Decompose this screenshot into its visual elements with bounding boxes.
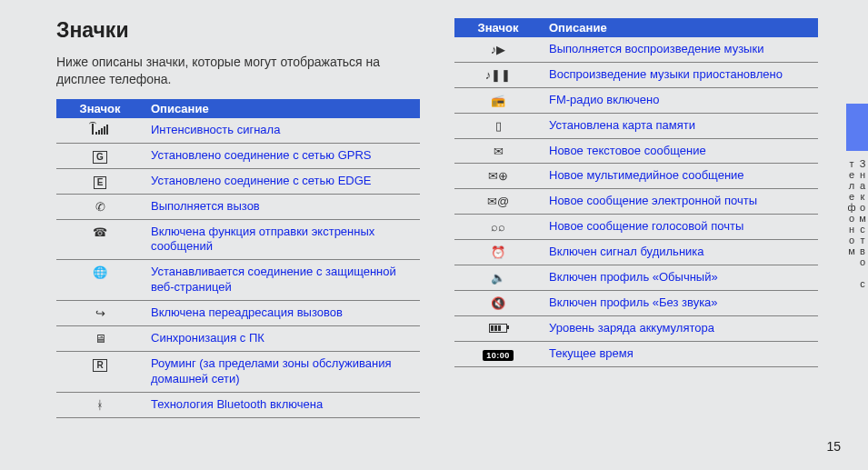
th-desc: Описание (542, 18, 818, 37)
alarm-icon: ⏰ (454, 240, 542, 265)
icon-description: Включена функция отправки экстренных соо… (144, 219, 420, 260)
icon-description: Установлено соединение с сетью GPRS (144, 143, 420, 168)
icon-description: Новое текстовое сообщение (542, 138, 818, 164)
icon-description: Включена переадресация вызовов (144, 301, 420, 326)
right-column: Значок Описание ♪▶Выполняется воспроизве… (454, 18, 818, 367)
icon-description: Включен сигнал будильника (542, 240, 818, 265)
roaming-icon: R (56, 351, 144, 392)
table-row: RРоуминг (за пределами зоны обслуживания… (56, 351, 420, 392)
section-color-tab (846, 104, 868, 151)
memory-card-icon: ▯ (454, 113, 542, 138)
icons-table-left: Значок Описание Интенсивность сигналаGУс… (56, 99, 420, 418)
email-icon: ✉@ (454, 189, 542, 215)
table-row: ⏰Включен сигнал будильника (454, 240, 818, 265)
table-row: 🖥Синхронизация с ПК (56, 326, 420, 352)
table-row: ✉Новое текстовое сообщение (454, 138, 818, 164)
table-row: 🌐Устанавливается соединение с защищенной… (56, 260, 420, 301)
clock-icon: 10:00 (454, 341, 542, 366)
music-play-icon: ♪▶ (454, 37, 542, 62)
table-row: 10:00Текущее время (454, 341, 818, 366)
table-row: ✉@Новое сообщение электронной почты (454, 189, 818, 215)
th-icon: Значок (454, 18, 542, 37)
table-row: ᚼТехнология Bluetooth включена (56, 392, 420, 417)
table-row: 🔇Включен профиль «Без звука» (454, 290, 818, 315)
icon-description: Установлено соединение с сетью EDGE (144, 168, 420, 194)
icon-description: Выполняется вызов (144, 194, 420, 219)
normal-profile-icon: 🔈 (454, 265, 542, 291)
table-row: ▯Установлена карта памяти (454, 113, 818, 138)
pc-sync-icon: 🖥 (56, 326, 144, 352)
icon-description: FM-радио включено (542, 87, 818, 113)
edge-icon: E (56, 168, 144, 194)
table-row: Уровень заряда аккумулятора (454, 315, 818, 341)
icon-description: Уровень заряда аккумулятора (542, 315, 818, 341)
intro-paragraph: Ниже описаны значки, которые могут отобр… (56, 54, 420, 88)
icon-description: Устанавливается соединение с защищенной … (144, 260, 420, 301)
icon-description: Установлена карта памяти (542, 113, 818, 138)
fm-radio-icon: 📻 (454, 87, 542, 113)
mms-icon: ✉⊕ (454, 164, 542, 189)
icons-table-right: Значок Описание ♪▶Выполняется воспроизве… (454, 18, 818, 367)
manual-page: Значки Ниже описаны значки, которые могу… (0, 0, 868, 470)
secure-web-icon: 🌐 (56, 260, 144, 301)
sms-icon: ✉ (454, 138, 542, 164)
th-icon: Значок (56, 99, 144, 118)
icon-description: Включен профиль «Обычный» (542, 265, 818, 291)
battery-icon (454, 315, 542, 341)
icon-description: Новое сообщение электронной почты (542, 189, 818, 215)
page-heading: Значки (56, 18, 420, 43)
icon-description: Синхронизация с ПК (144, 326, 420, 352)
icon-description: Новое мультимедийное сообщение (542, 164, 818, 189)
table-row: Интенсивность сигнала (56, 118, 420, 143)
silent-profile-icon: 🔇 (454, 290, 542, 315)
call-forward-icon: ↪ (56, 301, 144, 326)
left-column: Значки Ниже описаны значки, которые могу… (56, 18, 420, 418)
table-row: ♪❚❚Воспроизведение музыки приостановлено (454, 62, 818, 87)
voicemail-icon: ⌕⌕ (454, 215, 542, 240)
icon-description: Технология Bluetooth включена (144, 392, 420, 417)
icon-description: Интенсивность сигнала (144, 118, 420, 143)
icon-description: Включен профиль «Без звука» (542, 290, 818, 315)
table-row: GУстановлено соединение с сетью GPRS (56, 143, 420, 168)
sos-icon: ☎ (56, 219, 144, 260)
table-row: EУстановлено соединение с сетью EDGE (56, 168, 420, 194)
table-row: 🔈Включен профиль «Обычный» (454, 265, 818, 291)
table-row: ↪Включена переадресация вызовов (56, 301, 420, 326)
th-desc: Описание (144, 99, 420, 118)
icon-description: Воспроизведение музыки приостановлено (542, 62, 818, 87)
music-pause-icon: ♪❚❚ (454, 62, 542, 87)
table-row: ♪▶Выполняется воспроизведение музыки (454, 37, 818, 62)
table-row: 📻FM-радио включено (454, 87, 818, 113)
call-active-icon: ✆ (56, 194, 144, 219)
icon-description: Роуминг (за пределами зоны обслуживания … (144, 351, 420, 392)
icon-description: Выполняется воспроизведение музыки (542, 37, 818, 62)
table-row: ☎Включена функция отправки экстренных со… (56, 219, 420, 260)
icon-description: Новое сообщение голосовой почты (542, 215, 818, 240)
icon-description: Текущее время (542, 341, 818, 366)
gprs-icon: G (56, 143, 144, 168)
table-row: ✉⊕Новое мультимедийное сообщение (454, 164, 818, 189)
table-row: ⌕⌕Новое сообщение голосовой почты (454, 215, 818, 240)
signal-strength-icon (56, 118, 144, 143)
left-tbody: Интенсивность сигналаGУстановлено соедин… (56, 118, 420, 417)
page-number: 15 (826, 439, 841, 454)
section-side-label: Знакомство с телефоном (846, 158, 868, 322)
table-row: ✆Выполняется вызов (56, 194, 420, 219)
bluetooth-icon: ᚼ (56, 392, 144, 417)
right-tbody: ♪▶Выполняется воспроизведение музыки♪❚❚В… (454, 37, 818, 366)
